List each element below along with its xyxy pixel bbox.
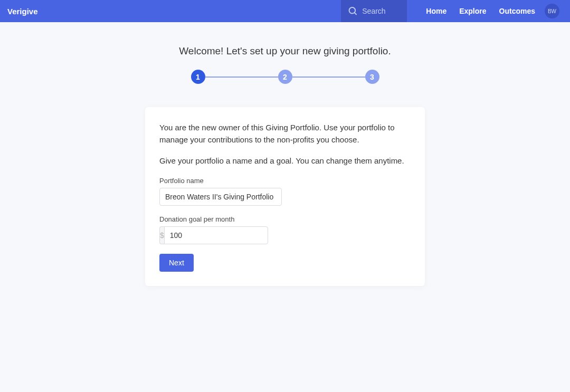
step-1-label: 1 — [196, 73, 200, 81]
search-box[interactable] — [341, 0, 407, 22]
step-line-1-2 — [205, 77, 278, 78]
avatar[interactable]: BW — [545, 4, 559, 18]
step-2-label: 2 — [283, 73, 287, 81]
nav-home[interactable]: Home — [420, 7, 453, 15]
step-2: 2 — [278, 70, 292, 84]
step-3: 3 — [365, 70, 379, 84]
step-1: 1 — [191, 70, 205, 84]
step-line-2-3 — [292, 77, 365, 78]
intro-text-1: You are the new owner of this Giving Por… — [159, 122, 411, 146]
step-3-label: 3 — [370, 73, 374, 81]
brand-logo[interactable]: Verigive — [7, 7, 38, 16]
nav-links: Home Explore Outcomes BW — [407, 4, 570, 18]
portfolio-name-label: Portfolio name — [159, 177, 411, 185]
search-input[interactable] — [362, 7, 399, 15]
intro-text-2: Give your portfolio a name and a goal. Y… — [159, 155, 411, 167]
portfolio-name-input[interactable] — [159, 188, 282, 206]
nav-explore[interactable]: Explore — [453, 7, 492, 15]
stepper: 1 2 3 — [191, 70, 379, 84]
avatar-initials: BW — [548, 8, 556, 14]
setup-card: You are the new owner of this Giving Por… — [145, 107, 425, 286]
currency-prefix: $ — [159, 226, 164, 244]
donation-goal-label: Donation goal per month — [159, 215, 411, 223]
next-button[interactable]: Next — [159, 254, 194, 272]
search-icon — [348, 7, 357, 15]
page-title: Welcome! Let's set up your new giving po… — [179, 45, 391, 57]
donation-goal-input-group: $ — [159, 226, 246, 244]
donation-goal-group: Donation goal per month $ — [159, 215, 411, 244]
portfolio-name-group: Portfolio name — [159, 177, 411, 206]
main-content: Welcome! Let's set up your new giving po… — [0, 22, 570, 286]
navbar: Verigive Home Explore Outcomes BW — [0, 0, 570, 22]
nav-outcomes[interactable]: Outcomes — [493, 7, 542, 15]
donation-goal-input[interactable] — [164, 226, 268, 244]
